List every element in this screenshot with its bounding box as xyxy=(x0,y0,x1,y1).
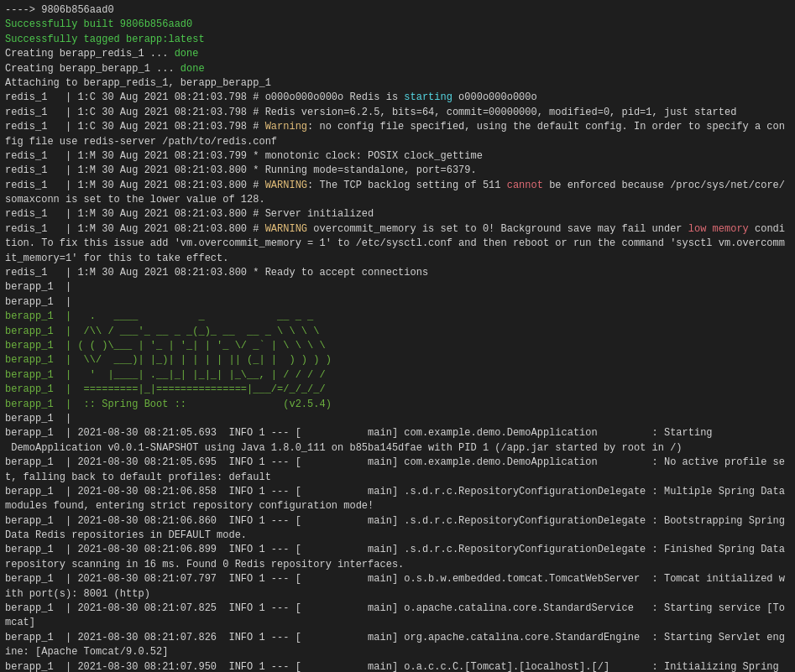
terminal-line: redis_1 | 1:M 30 Aug 2021 08:21:03.800 #… xyxy=(5,222,790,266)
terminal-line: berapp_1 | ' |____| .__|_| |_|_| |_\__, … xyxy=(5,368,790,383)
terminal-line: berapp_1 | 2021-08-30 08:21:06.860 INFO … xyxy=(5,514,790,544)
terminal-line: berapp_1 | 2021-08-30 08:21:07.826 INFO … xyxy=(5,631,790,660)
terminal-line: berapp_1 | . ____ _ __ _ _ xyxy=(5,310,790,324)
terminal-line: berapp_1 | 2021-08-30 08:21:06.899 INFO … xyxy=(5,543,790,572)
terminal-line: berapp_1 | xyxy=(5,295,790,310)
terminal-line: redis_1 | 1:C 30 Aug 2021 08:21:03.798 #… xyxy=(5,120,790,149)
terminal-line: berapp_1 | 2021-08-30 08:21:07.825 INFO … xyxy=(5,602,790,631)
terminal-line: berapp_1 | 2021-08-30 08:21:06.858 INFO … xyxy=(5,485,790,514)
terminal-line: redis_1 | 1:M 30 Aug 2021 08:21:03.799 *… xyxy=(5,149,790,164)
terminal-line: berapp_1 | :: Spring Boot :: (v2.5.4) xyxy=(5,398,790,412)
terminal-line: Successfully built 9806b856aad0 xyxy=(5,18,790,32)
terminal-line: berapp_1 | ( ( )\___ | '_ | '_| | '_ \/ … xyxy=(5,339,790,353)
terminal-line: redis_1 | 1:M 30 Aug 2021 08:21:03.800 #… xyxy=(5,179,790,208)
terminal-line: Creating berapp_berapp_1 ... done xyxy=(5,62,790,76)
terminal-line: redis_1 | 1:M 30 Aug 2021 08:21:03.800 *… xyxy=(5,164,790,178)
terminal-line: berapp_1 | =========|_|===============|_… xyxy=(5,383,790,397)
terminal-line: DemoApplication v0.0.1-SNAPSHOT using Ja… xyxy=(5,441,790,456)
terminal-line: berapp_1 | 2021-08-30 08:21:07.950 INFO … xyxy=(5,660,790,672)
terminal-line: berapp_1 | 2021-08-30 08:21:05.693 INFO … xyxy=(5,426,790,440)
terminal-line: berapp_1 | /\\ / ___'_ __ _ _(_)_ __ __ … xyxy=(5,325,790,339)
terminal-line: Creating berapp_redis_1 ... done xyxy=(5,47,790,61)
terminal-line: Successfully tagged berapp:latest xyxy=(5,33,790,47)
terminal-line: berapp_1 | xyxy=(5,412,790,426)
terminal-line: ----> 9806b856aad0 xyxy=(5,3,790,18)
terminal-line: redis_1 | 1:C 30 Aug 2021 08:21:03.798 #… xyxy=(5,91,790,105)
terminal-line: Attaching to berapp_redis_1, berapp_bera… xyxy=(5,76,790,91)
terminal-line: berapp_1 | \\/ ___)| |_)| | | | | || (_|… xyxy=(5,353,790,367)
terminal-line: berapp_1 | xyxy=(5,280,790,294)
terminal-line: redis_1 | 1:M 30 Aug 2021 08:21:03.800 *… xyxy=(5,266,790,280)
terminal-line: redis_1 | 1:M 30 Aug 2021 08:21:03.800 #… xyxy=(5,207,790,221)
terminal-line: berapp_1 | 2021-08-30 08:21:05.695 INFO … xyxy=(5,456,790,485)
terminal-line: redis_1 | 1:C 30 Aug 2021 08:21:03.798 #… xyxy=(5,106,790,120)
terminal: ----> 9806b856aad0Successfully built 980… xyxy=(0,0,795,672)
terminal-line: berapp_1 | 2021-08-30 08:21:07.797 INFO … xyxy=(5,572,790,602)
